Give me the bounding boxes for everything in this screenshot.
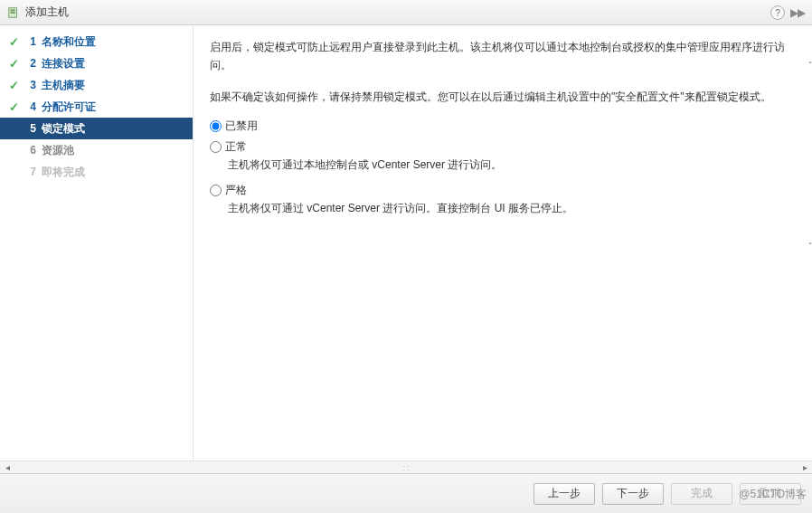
titlebar-right: ? ▶▶ [770, 5, 805, 20]
wizard-step-3[interactable]: ✓3主机摘要 [0, 74, 193, 96]
step-number: 2 [25, 57, 36, 70]
step-label: 资源池 [42, 143, 193, 158]
step-label: 连接设置 [42, 56, 193, 71]
svg-rect-1 [11, 9, 15, 11]
lockdown-option-label: 已禁用 [225, 119, 258, 134]
wizard-step-6: 6资源池 [0, 139, 193, 161]
step-number: 6 [25, 144, 36, 157]
step-number: 3 [25, 79, 36, 91]
wizard-step-2[interactable]: ✓2连接设置 [0, 52, 193, 74]
lockdown-options-group: 已禁用正常主机将仅可通过本地控制台或 vCenter Server 进行访问。严… [210, 119, 796, 217]
step-number: 1 [25, 35, 36, 48]
host-icon [7, 6, 20, 19]
scroll-right-icon[interactable]: ▸ [798, 461, 812, 474]
wizard-step-7: 7即将完成 [0, 161, 193, 183]
next-button[interactable]: 下一步 [602, 483, 664, 505]
wizard-steps-sidebar: ✓1名称和位置✓2连接设置✓3主机摘要✓4分配许可证5锁定模式6资源池7即将完成 [0, 25, 194, 461]
horizontal-scrollbar[interactable]: ◂ : : ▸ [0, 461, 812, 473]
scrollbar-track[interactable]: : : [14, 463, 798, 472]
wizard-step-1[interactable]: ✓1名称和位置 [0, 31, 193, 52]
checkmark-icon: ✓ [7, 35, 20, 49]
checkmark-icon: ✓ [7, 100, 20, 114]
step-label: 主机摘要 [42, 78, 193, 93]
cancel-button: 取消 [740, 483, 801, 505]
lockdown-radio-disabled[interactable] [210, 120, 222, 132]
lockdown-option-desc: 主机将仅可通过本地控制台或 vCenter Server 进行访问。 [228, 157, 796, 174]
titlebar: 添加主机 ? ▶▶ [0, 0, 812, 25]
lockdown-option-label: 严格 [225, 183, 247, 198]
lockdown-option-label: 正常 [225, 139, 247, 155]
checkmark-icon: ✓ [7, 79, 20, 92]
step-number: 5 [25, 122, 36, 135]
lockdown-option-strict[interactable]: 严格 [210, 183, 796, 198]
main-panel: 启用后，锁定模式可防止远程用户直接登录到此主机。该主机将仅可以通过本地控制台或授… [194, 25, 812, 461]
step-number: 7 [25, 166, 36, 178]
step-label: 分配许可证 [42, 100, 193, 115]
wizard-step-5[interactable]: 5锁定模式 [0, 118, 193, 139]
expand-icon[interactable]: ▶▶ [790, 6, 805, 19]
description-paragraph-1: 启用后，锁定模式可防止远程用户直接登录到此主机。该主机将仅可以通过本地控制台或授… [210, 38, 796, 75]
scroll-left-icon[interactable]: ◂ [0, 461, 14, 474]
lockdown-option-desc: 主机将仅可通过 vCenter Server 进行访问。直接控制台 UI 服务已… [228, 200, 796, 217]
step-number: 4 [25, 100, 36, 113]
help-icon[interactable]: ? [770, 5, 785, 20]
lockdown-radio-normal[interactable] [210, 141, 222, 153]
window-title: 添加主机 [25, 5, 69, 20]
description-paragraph-2: 如果不确定该如何操作，请保持禁用锁定模式。您可以在以后通过编辑主机设置中的"安全… [210, 88, 796, 106]
vertical-scroll-indicator [808, 25, 812, 461]
step-label: 名称和位置 [42, 34, 193, 50]
content-area: ✓1名称和位置✓2连接设置✓3主机摘要✓4分配许可证5锁定模式6资源池7即将完成… [0, 25, 812, 461]
wizard-footer: 上一步 下一步 完成 取消 @51CTO博客 [0, 473, 812, 513]
step-label: 锁定模式 [42, 121, 193, 137]
finish-button: 完成 [671, 483, 732, 505]
lockdown-option-normal[interactable]: 正常 [210, 139, 796, 155]
titlebar-left: 添加主机 [7, 5, 69, 20]
svg-rect-2 [11, 12, 15, 14]
lockdown-radio-strict[interactable] [210, 185, 222, 196]
wizard-step-4[interactable]: ✓4分配许可证 [0, 96, 193, 118]
checkmark-icon: ✓ [7, 57, 20, 71]
step-label: 即将完成 [42, 165, 193, 180]
lockdown-option-disabled[interactable]: 已禁用 [210, 119, 796, 134]
back-button[interactable]: 上一步 [533, 483, 595, 505]
